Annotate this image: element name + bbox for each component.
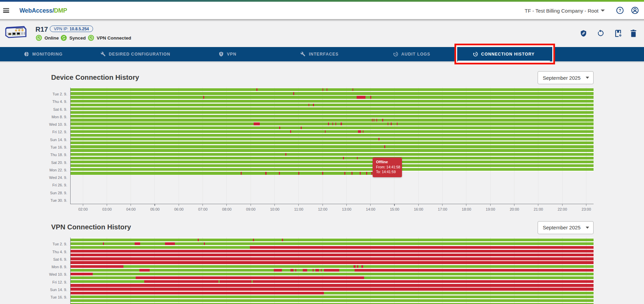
svg-text:?: ? <box>619 8 621 13</box>
